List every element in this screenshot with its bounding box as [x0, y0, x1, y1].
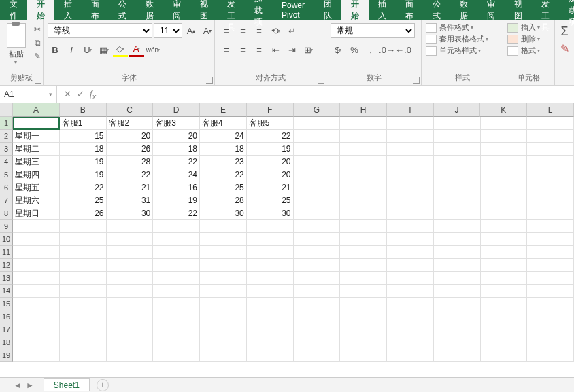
cell[interactable]	[527, 246, 574, 259]
cell[interactable]	[387, 259, 434, 272]
row-header[interactable]: 5	[0, 168, 13, 181]
cell[interactable]	[107, 220, 154, 233]
tab-1[interactable]: 插入	[369, 0, 396, 20]
cell[interactable]	[481, 156, 528, 168]
row-header[interactable]: 8	[0, 207, 13, 220]
cell[interactable]	[481, 117, 528, 130]
decrease-font-button[interactable]: A▾	[200, 23, 215, 38]
cell[interactable]	[60, 259, 107, 272]
row-header[interactable]: 14	[0, 285, 13, 298]
cell[interactable]	[294, 323, 341, 336]
row-header[interactable]: 7	[0, 194, 13, 207]
cell[interactable]	[387, 349, 434, 362]
cell[interactable]	[13, 323, 60, 336]
col-header-L[interactable]: L	[527, 103, 574, 117]
tab-7[interactable]: 开发工具	[532, 0, 559, 20]
font-size-select[interactable]: 11	[154, 23, 182, 38]
cell[interactable]: 26	[107, 143, 154, 156]
cell[interactable]: 30	[247, 207, 294, 220]
cell-styles-button[interactable]: 单元格样式▾	[423, 45, 484, 56]
tab-数据[interactable]: 数据	[136, 0, 163, 20]
cell[interactable]	[340, 207, 387, 220]
cell[interactable]: 星期三	[13, 156, 60, 168]
italic-button[interactable]: I	[64, 42, 79, 57]
cell[interactable]: 20	[153, 130, 200, 143]
bold-button[interactable]: B	[48, 42, 63, 57]
tab-Power Pivot[interactable]: Power Pivot	[272, 0, 314, 20]
cell[interactable]	[13, 336, 60, 349]
cell[interactable]	[340, 310, 387, 323]
cell[interactable]	[247, 233, 294, 246]
col-header-E[interactable]: E	[200, 103, 247, 117]
cell[interactable]	[481, 220, 528, 233]
cell[interactable]	[60, 233, 107, 246]
cell[interactable]	[294, 285, 341, 298]
cell[interactable]	[247, 298, 294, 310]
cell[interactable]: 星期二	[13, 143, 60, 156]
cell[interactable]	[294, 130, 341, 143]
align-bottom-button[interactable]: ≡	[252, 23, 267, 38]
increase-font-button[interactable]: A▴	[184, 23, 199, 38]
cell[interactable]	[527, 310, 574, 323]
align-center-button[interactable]: ≡	[235, 42, 250, 57]
tab-开发工具[interactable]: 开发工具	[218, 0, 245, 20]
cell[interactable]: 30	[107, 207, 154, 220]
font-name-select[interactable]: 等线	[48, 23, 152, 38]
cell[interactable]: 18	[200, 143, 247, 156]
cell[interactable]: 星期日	[13, 207, 60, 220]
cell[interactable]: 15	[60, 130, 107, 143]
cell[interactable]	[247, 220, 294, 233]
cell[interactable]	[340, 194, 387, 207]
cell[interactable]	[387, 272, 434, 285]
cell[interactable]	[153, 246, 200, 259]
border-button[interactable]: ▦▾	[97, 42, 112, 57]
cell[interactable]	[340, 117, 387, 130]
cell[interactable]	[434, 207, 481, 220]
cell[interactable]	[200, 323, 247, 336]
cell[interactable]	[294, 310, 341, 323]
cell[interactable]: 19	[153, 194, 200, 207]
cell[interactable]	[294, 117, 341, 130]
cell[interactable]	[247, 323, 294, 336]
cell[interactable]	[527, 156, 574, 168]
cell[interactable]	[387, 233, 434, 246]
cell[interactable]	[153, 349, 200, 362]
cell[interactable]: 20	[107, 130, 154, 143]
cell[interactable]	[247, 259, 294, 272]
select-all-corner[interactable]	[0, 103, 13, 117]
cell[interactable]	[434, 310, 481, 323]
row-header[interactable]: 12	[0, 259, 13, 272]
cell[interactable]	[481, 181, 528, 194]
col-header-G[interactable]: G	[294, 103, 341, 117]
cell[interactable]: 客服4	[200, 117, 247, 130]
cell[interactable]: 22	[153, 156, 200, 168]
cell[interactable]	[60, 285, 107, 298]
cell[interactable]	[387, 298, 434, 310]
cell[interactable]	[294, 143, 341, 156]
cell[interactable]	[340, 349, 387, 362]
cell[interactable]: 客服3	[153, 117, 200, 130]
cell[interactable]	[434, 349, 481, 362]
cell[interactable]	[481, 272, 528, 285]
cell[interactable]	[13, 285, 60, 298]
cell[interactable]	[340, 246, 387, 259]
cell[interactable]: 25	[247, 194, 294, 207]
cell[interactable]: 22	[153, 207, 200, 220]
tab-4[interactable]: 数据	[450, 0, 477, 20]
cell[interactable]	[13, 272, 60, 285]
insert-cells-button[interactable]: 插入▾	[505, 22, 543, 33]
cell[interactable]: 星期四	[13, 168, 60, 181]
cell[interactable]	[107, 336, 154, 349]
cell[interactable]	[340, 156, 387, 168]
cell[interactable]	[387, 117, 434, 130]
cell[interactable]	[434, 117, 481, 130]
cell[interactable]	[340, 181, 387, 194]
cell[interactable]	[13, 298, 60, 310]
cell[interactable]	[434, 246, 481, 259]
cell[interactable]	[107, 233, 154, 246]
dialog-launcher-icon[interactable]	[413, 77, 420, 84]
cell[interactable]	[153, 233, 200, 246]
row-header[interactable]: 19	[0, 349, 13, 362]
align-right-button[interactable]: ≡	[252, 42, 267, 57]
align-middle-button[interactable]: ≡	[235, 23, 250, 38]
